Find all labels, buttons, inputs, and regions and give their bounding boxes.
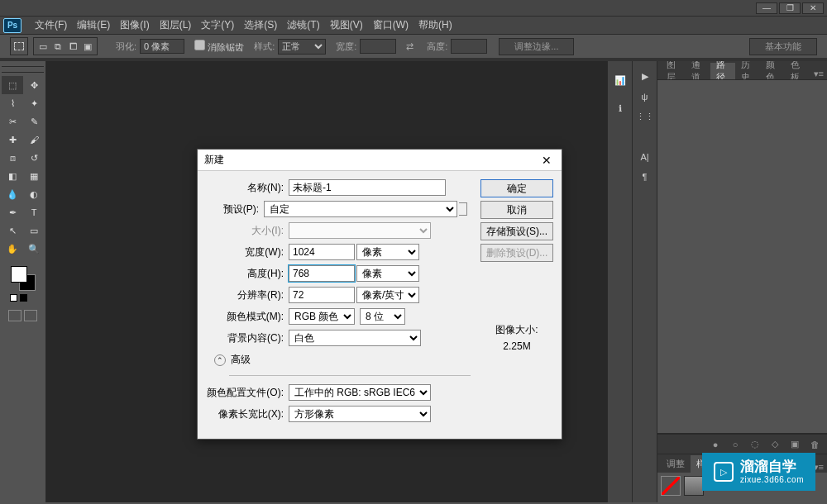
bit-depth-select[interactable]: 8 位 <box>360 308 405 325</box>
pen-tool[interactable]: ✒ <box>2 203 23 221</box>
stamp-tool[interactable]: ⧈ <box>2 149 23 167</box>
actions-icon[interactable]: ▶ <box>642 71 648 82</box>
name-input[interactable] <box>289 179 446 196</box>
quick-mask-icon[interactable] <box>24 310 37 321</box>
blur-tool[interactable]: 💧 <box>2 185 23 203</box>
swap-colors-icon[interactable] <box>20 294 27 302</box>
width-input[interactable] <box>289 244 355 260</box>
brush-presets-icon[interactable]: ⋮⋮ <box>636 112 654 122</box>
menu-filter[interactable]: 滤镜(T) <box>282 16 324 35</box>
make-workpath-icon[interactable]: ◇ <box>769 439 781 450</box>
style-none-swatch[interactable] <box>661 476 681 496</box>
gradient-tool[interactable]: ▦ <box>23 167 45 185</box>
color-profile-select[interactable]: 工作中的 RGB: sRGB IEC6196... <box>289 384 431 401</box>
heal-tool[interactable]: ✚ <box>2 131 23 149</box>
zoom-tool[interactable]: 🔍 <box>23 240 45 258</box>
delete-path-icon[interactable]: 🗑 <box>809 439 820 450</box>
default-colors-icon[interactable] <box>10 294 17 302</box>
toolbox-handle[interactable] <box>2 66 44 73</box>
width-unit-select[interactable]: 像素 <box>356 244 419 260</box>
shape-tool[interactable]: ▭ <box>23 221 45 240</box>
chevron-up-icon: ⌃ <box>214 354 226 366</box>
tab-channels[interactable]: 通道 <box>686 63 710 79</box>
swap-wh-icon[interactable]: ⇄ <box>406 41 414 52</box>
menu-help[interactable]: 帮助(H) <box>414 16 457 35</box>
marquee-tool[interactable]: ⬚ <box>2 76 23 94</box>
tab-history[interactable]: 历史 <box>735 63 760 79</box>
opt-width-input[interactable] <box>360 39 396 54</box>
dialog-title-bar[interactable]: 新建 ✕ <box>198 150 562 171</box>
pixel-aspect-select[interactable]: 方形像素 <box>289 406 431 422</box>
histogram-icon[interactable]: 📊 <box>611 71 629 89</box>
resolution-input[interactable] <box>289 287 355 303</box>
panel-flyout-icon[interactable]: ▾≡ <box>810 69 827 79</box>
move-tool[interactable]: ✥ <box>23 76 45 94</box>
crop-tool[interactable]: ✂ <box>2 112 23 131</box>
menu-layer[interactable]: 图层(L) <box>155 16 197 35</box>
info-icon[interactable]: ℹ <box>611 99 629 117</box>
load-selection-icon[interactable]: ◌ <box>749 439 761 450</box>
brush-tool[interactable]: 🖌 <box>23 131 45 149</box>
new-path-icon[interactable]: ▣ <box>789 439 801 450</box>
character-icon[interactable]: A| <box>640 152 648 162</box>
tab-layers[interactable]: 图层 <box>661 63 686 79</box>
style-select[interactable]: 正常 <box>278 39 326 55</box>
menu-type[interactable]: 文字(Y) <box>196 16 239 35</box>
style-swatch[interactable] <box>684 476 704 496</box>
app-logo[interactable]: Ps <box>3 18 22 33</box>
menu-edit[interactable]: 编辑(E) <box>72 16 115 35</box>
delete-preset-button[interactable]: 删除预设(D)... <box>480 244 553 262</box>
eyedropper-tool[interactable]: ✎ <box>23 112 45 131</box>
paragraph-icon[interactable]: ¶ <box>643 172 648 182</box>
bg-content-select[interactable]: 白色 <box>289 330 421 346</box>
minimize-button[interactable]: — <box>756 2 777 14</box>
paths-panel-body[interactable] <box>657 79 827 433</box>
opt-height-input[interactable] <box>451 39 487 54</box>
fill-path-icon[interactable]: ● <box>710 439 721 450</box>
color-mode-select[interactable]: RGB 颜色 <box>289 308 355 325</box>
lasso-tool[interactable]: ⌇ <box>2 94 23 112</box>
tab-adjustments[interactable]: 调整 <box>661 455 691 473</box>
menu-select[interactable]: 选择(S) <box>239 16 282 35</box>
maximize-button[interactable]: ❐ <box>779 2 801 14</box>
advanced-toggle[interactable]: ⌃ 高级 <box>214 353 476 367</box>
stroke-path-icon[interactable]: ○ <box>729 439 741 450</box>
antialias-checkbox[interactable]: 消除锯齿 <box>194 40 244 54</box>
path-select-tool[interactable]: ↖ <box>2 221 23 240</box>
history-brush-tool[interactable]: ↺ <box>23 149 45 167</box>
ok-button[interactable]: 确定 <box>480 179 553 197</box>
watermark-badge: ▷ 溜溜自学 zixue.3d66.com <box>702 453 815 491</box>
selection-new-icon[interactable]: ▭ <box>36 40 50 53</box>
menu-image[interactable]: 图像(I) <box>115 16 154 35</box>
height-input[interactable] <box>289 265 355 282</box>
refine-edge-button[interactable]: 调整边缘... <box>499 38 574 55</box>
cancel-button[interactable]: 取消 <box>480 201 553 219</box>
save-preset-button[interactable]: 存储预设(S)... <box>480 222 553 240</box>
selection-subtract-icon[interactable]: ⧠ <box>65 40 80 53</box>
dodge-tool[interactable]: ◐ <box>23 185 45 203</box>
workspace-switcher[interactable]: 基本功能 <box>749 38 817 55</box>
selection-add-icon[interactable]: ⧉ <box>50 40 65 53</box>
menu-file[interactable]: 文件(F) <box>30 16 72 35</box>
close-window-button[interactable]: ✕ <box>802 2 824 14</box>
brush-panel-icon[interactable]: ψ <box>642 92 648 102</box>
tab-paths[interactable]: 路径 <box>710 63 735 79</box>
menu-window[interactable]: 窗口(W) <box>368 16 414 35</box>
selection-intersect-icon[interactable]: ▣ <box>80 40 95 53</box>
preset-select[interactable]: 自定 <box>264 201 457 217</box>
hand-tool[interactable]: ✋ <box>2 240 23 258</box>
type-tool[interactable]: T <box>23 203 45 221</box>
resolution-unit-select[interactable]: 像素/英寸 <box>356 287 419 303</box>
tab-swatches[interactable]: 色板 <box>785 63 810 79</box>
menu-view[interactable]: 视图(V) <box>325 16 368 35</box>
wand-tool[interactable]: ✦ <box>23 94 45 112</box>
tool-preset-picker[interactable] <box>10 37 28 55</box>
foreground-color-swatch[interactable] <box>11 266 27 283</box>
height-unit-select[interactable]: 像素 <box>356 265 419 282</box>
feather-input[interactable] <box>140 39 184 54</box>
tab-color[interactable]: 颜色 <box>760 63 785 79</box>
dialog-close-button[interactable]: ✕ <box>538 154 555 167</box>
eraser-tool[interactable]: ◧ <box>2 167 23 185</box>
color-picker-group <box>0 258 45 326</box>
standard-mode-icon[interactable] <box>8 310 22 321</box>
